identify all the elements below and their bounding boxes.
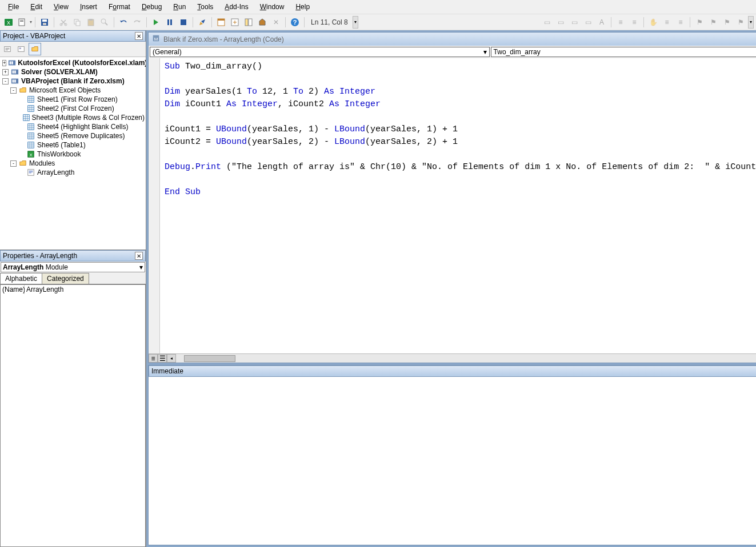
properties-panel-close[interactable]: ✕ <box>135 252 143 260</box>
menu-file[interactable]: File <box>3 2 23 12</box>
sheet-icon <box>26 123 35 131</box>
svg-rect-37 <box>28 96 34 103</box>
bookmark-clear-icon[interactable]: ⚑ <box>734 16 747 29</box>
immediate-text[interactable] <box>149 377 756 545</box>
properties-tabs: Alphabetic Categorized <box>0 273 146 284</box>
svg-rect-29 <box>10 61 11 64</box>
tree-node[interactable]: Sheet3 (Multiple Rows & Col Frozen) <box>1 113 145 122</box>
view-excel-icon[interactable]: X <box>2 16 15 29</box>
tree-toggle[interactable]: + <box>2 60 6 66</box>
form-icon-5[interactable]: A <box>595 16 608 29</box>
object-browser-icon[interactable] <box>242 16 255 29</box>
paste-icon[interactable] <box>85 16 97 29</box>
align-icon-2[interactable]: ≡ <box>628 16 641 29</box>
view-object-icon[interactable] <box>15 43 27 55</box>
tree-node[interactable]: XThisWorkbook <box>1 150 145 159</box>
align-icon-1[interactable]: ≡ <box>614 16 627 29</box>
form-icon-1[interactable]: ▭ <box>541 16 553 29</box>
hand-icon[interactable]: ✋ <box>647 16 659 29</box>
menu-tools[interactable]: Tools <box>193 2 218 12</box>
menu-format[interactable]: Format <box>104 2 135 12</box>
menu-run[interactable]: Run <box>169 2 190 12</box>
properties-table: (Name) ArrayLength <box>0 284 146 547</box>
tree-label: VBAProject (Blank if Zero.xlsm) <box>21 77 125 85</box>
redo-icon[interactable] <box>131 16 143 29</box>
tree-toggle[interactable]: - <box>10 160 17 167</box>
horizontal-scrollbar[interactable]: ≡ ☰ ◂ ▸ <box>149 353 756 363</box>
pause-icon[interactable] <box>163 16 176 29</box>
menu-help[interactable]: Help <box>291 2 314 12</box>
tab-order-icon[interactable]: ✕ <box>270 16 282 29</box>
align-icon-4[interactable]: ≡ <box>674 16 687 29</box>
cut-icon[interactable] <box>57 16 70 29</box>
tree-node[interactable]: Sheet6 (Table1) <box>1 140 145 150</box>
form-icon-2[interactable]: ▭ <box>554 16 567 29</box>
menu-edit[interactable]: Edit <box>26 2 47 12</box>
svg-rect-42 <box>28 142 34 148</box>
procedure-view-icon[interactable]: ≡ <box>149 354 158 363</box>
bookmark-toggle-icon[interactable]: ⚑ <box>693 16 706 29</box>
scroll-thumb[interactable] <box>184 355 235 362</box>
code-editor[interactable]: Sub Two_dim_array() Dim yearSales(1 To 1… <box>160 58 756 353</box>
bookmark-prev-icon[interactable]: ⚑ <box>721 16 733 29</box>
project-explorer-icon[interactable] <box>215 16 227 29</box>
menu-window[interactable]: Window <box>255 2 289 12</box>
undo-icon[interactable] <box>117 16 130 29</box>
property-row[interactable]: (Name) ArrayLength <box>1 285 145 294</box>
sheet-icon <box>26 104 35 112</box>
svg-rect-38 <box>28 106 34 112</box>
project-tree[interactable]: +KutoolsforExcel (KutoolsforExcel.xlam)+… <box>0 57 146 250</box>
insert-icon[interactable] <box>16 16 29 29</box>
tree-toggle[interactable]: - <box>2 78 9 85</box>
tree-node[interactable]: +KutoolsforExcel (KutoolsforExcel.xlam) <box>1 58 145 67</box>
tree-node[interactable]: Sheet1 (First Row Frozen) <box>1 95 145 104</box>
tree-node[interactable]: Sheet4 (Highlight Blank Cells) <box>1 122 145 131</box>
toolbar-overflow[interactable]: ▾ <box>353 16 358 29</box>
full-module-view-icon[interactable]: ☰ <box>158 354 167 363</box>
tree-toggle[interactable]: - <box>10 87 17 94</box>
scroll-left-button[interactable]: ◂ <box>167 354 176 363</box>
properties-icon[interactable] <box>229 16 241 29</box>
menu-addins[interactable]: Add-Ins <box>220 2 253 12</box>
project-toolbar <box>0 42 146 57</box>
tree-toggle[interactable]: + <box>2 69 9 75</box>
save-icon[interactable] <box>38 16 51 29</box>
tab-categorized[interactable]: Categorized <box>42 273 89 284</box>
design-mode-icon[interactable] <box>196 16 209 29</box>
object-dropdown[interactable]: (General)▾ <box>150 47 490 57</box>
tree-node[interactable]: -Modules <box>1 159 145 168</box>
tree-node[interactable]: ArrayLength <box>1 168 145 177</box>
tree-node[interactable]: Sheet5 (Remove Duplicates) <box>1 131 145 140</box>
property-value[interactable]: ArrayLength <box>25 285 145 294</box>
help-icon[interactable]: ? <box>289 16 301 29</box>
tree-label: Sheet2 (First Col Frozen) <box>37 104 114 112</box>
svg-rect-39 <box>23 115 29 121</box>
svg-rect-21 <box>245 19 248 26</box>
align-icon-3[interactable]: ≡ <box>661 16 673 29</box>
menu-view[interactable]: View <box>49 2 73 12</box>
tree-label: ThisWorkbook <box>37 150 81 158</box>
tree-node[interactable]: +Solver (SOLVER.XLAM) <box>1 67 145 77</box>
tree-node[interactable]: -Microsoft Excel Objects <box>1 86 145 95</box>
bookmark-next-icon[interactable]: ⚑ <box>707 16 719 29</box>
copy-icon[interactable] <box>71 16 83 29</box>
properties-selector[interactable]: ArrayLength Module ▾ <box>1 262 145 272</box>
procedure-dropdown[interactable]: Two_dim_array▾ <box>491 47 756 57</box>
form-icon-4[interactable]: ▭ <box>582 16 594 29</box>
view-code-icon[interactable] <box>1 43 14 55</box>
run-icon[interactable] <box>150 16 162 29</box>
tab-alphabetic[interactable]: Alphabetic <box>0 273 42 284</box>
svg-rect-13 <box>89 19 93 21</box>
form-icon-3[interactable]: ▭ <box>568 16 581 29</box>
tree-node[interactable]: Sheet2 (First Col Frozen) <box>1 104 145 113</box>
stop-icon[interactable] <box>177 16 190 29</box>
find-icon[interactable] <box>98 16 111 29</box>
toolbar2-overflow[interactable]: ▾ <box>748 16 754 29</box>
menu-debug[interactable]: Debug <box>137 2 166 12</box>
menu-insert[interactable]: Insert <box>75 2 102 12</box>
folder-view-icon[interactable] <box>29 43 41 55</box>
project-panel-close[interactable]: ✕ <box>135 32 143 40</box>
toolbox-icon[interactable] <box>256 16 269 29</box>
svg-rect-33 <box>14 70 16 73</box>
tree-node[interactable]: -VBAProject (Blank if Zero.xlsm) <box>1 77 145 86</box>
